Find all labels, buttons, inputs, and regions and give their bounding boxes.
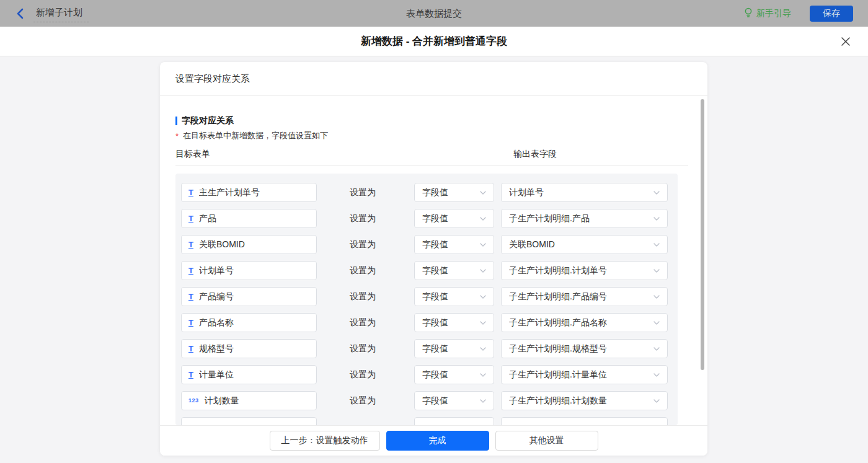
output-field-dropdown[interactable]: 子生产计划明细.计划数量 — [501, 391, 668, 410]
required-asterisk: * — [175, 130, 179, 141]
mapping-row: T 计划单号 设置为 字段值 子生产计划明细.计划单号 — [175, 261, 678, 280]
beginner-guide-label: 新手引导 — [756, 8, 791, 19]
chevron-down-icon — [480, 373, 486, 377]
topbar-node-title: 表单数据提交 — [0, 0, 868, 27]
output-field-dropdown[interactable]: 子生产计划明细.计量单位 — [501, 365, 668, 384]
chevron-down-icon — [480, 321, 486, 325]
mapping-row: T 规格型号 设置为 字段值 子生产计划明细.规格型号 — [175, 339, 678, 358]
dialog-title: 新增数据 - 合并新增到普通字段 — [0, 27, 868, 56]
field-type-icon: T — [188, 345, 193, 353]
target-field-box[interactable]: T 主生产计划单号 — [181, 183, 317, 202]
set-as-label: 设置为 — [350, 339, 376, 358]
column-header-output-field: 输出表字段 — [513, 149, 557, 160]
field-type-icon: T — [188, 240, 193, 249]
field-type-icon: T — [188, 188, 193, 196]
chevron-down-icon — [480, 295, 486, 299]
section-title-row: 字段对应关系 — [175, 115, 234, 126]
note-text: 在目标表单中新增数据，字段值设置如下 — [183, 130, 328, 141]
set-as-label: 设置为 — [350, 235, 376, 254]
done-button[interactable]: 完成 — [386, 431, 489, 451]
output-field-dropdown[interactable]: 子生产计划明细.产品名称 — [501, 313, 668, 332]
chevron-down-icon — [653, 191, 660, 195]
mapping-row: T 产品编号 设置为 字段值 子生产计划明细.产品编号 — [175, 287, 678, 306]
dialog-header: 新增数据 - 合并新增到普通字段 — [0, 27, 868, 56]
card-header: 设置字段对应关系 — [160, 62, 707, 96]
field-mapping-card: 设置字段对应关系 字段对应关系 * 在目标表单中新增数据，字段值设置如下 目标表… — [160, 62, 707, 456]
target-field-box[interactable]: T 计量单位 — [181, 365, 317, 384]
section-title: 字段对应关系 — [182, 115, 234, 126]
target-field-label: 计量单位 — [199, 369, 234, 381]
chevron-down-icon — [480, 217, 486, 221]
target-field-box[interactable]: T 产品 — [181, 209, 317, 228]
value-type-dropdown[interactable]: 字段值 — [414, 339, 494, 358]
value-type-dropdown[interactable]: 字段值 — [414, 183, 494, 202]
chevron-down-icon — [480, 347, 486, 351]
target-field-label: 规格型号 — [199, 343, 234, 355]
save-button[interactable]: 保存 — [810, 6, 853, 22]
target-field-box[interactable]: T 产品编号 — [181, 287, 317, 306]
value-type-dropdown[interactable]: 字段值 — [414, 261, 494, 280]
value-type-dropdown[interactable] — [414, 417, 494, 425]
chevron-down-icon — [653, 347, 660, 351]
value-type-dropdown[interactable]: 字段值 — [414, 235, 494, 254]
set-as-label: 设置为 — [350, 313, 376, 332]
mapping-row: T 主生产计划单号 设置为 字段值 计划单号 — [175, 183, 678, 202]
target-field-box[interactable]: T 计划单号 — [181, 261, 317, 280]
previous-step-button[interactable]: 上一步：设置触发动作 — [270, 431, 380, 451]
output-field-dropdown[interactable]: 子生产计划明细.产品编号 — [501, 287, 668, 306]
chevron-down-icon — [653, 399, 660, 403]
target-field-box[interactable] — [181, 417, 317, 425]
lightbulb-icon — [744, 7, 753, 20]
value-type-dropdown[interactable]: 字段值 — [414, 391, 494, 410]
target-field-label: 计划数量 — [205, 395, 239, 407]
mapping-row: T 计量单位 设置为 字段值 子生产计划明细.计量单位 — [175, 365, 678, 384]
value-type-dropdown[interactable]: 字段值 — [414, 209, 494, 228]
mapping-row: T 关联BOMID 设置为 字段值 关联BOMID — [175, 235, 678, 254]
set-as-label: 设置为 — [350, 183, 376, 202]
chevron-down-icon — [480, 399, 486, 403]
target-field-label: 关联BOMID — [199, 239, 245, 250]
section-accent-bar — [175, 117, 177, 125]
target-field-label: 产品编号 — [199, 291, 234, 302]
target-field-box[interactable]: T 关联BOMID — [181, 235, 317, 254]
output-field-dropdown[interactable]: 子生产计划明细.规格型号 — [501, 339, 668, 358]
target-field-label: 主生产计划单号 — [199, 187, 260, 198]
top-bar: 新增子计划 表单数据提交 新手引导 保存 — [0, 0, 868, 27]
chevron-down-icon — [653, 373, 660, 377]
target-field-box[interactable]: T 产品名称 — [181, 313, 317, 332]
value-type-dropdown[interactable]: 字段值 — [414, 365, 494, 384]
column-header-target-form: 目标表单 — [175, 149, 210, 160]
chevron-down-icon — [653, 321, 660, 325]
mapping-row: T 产品 设置为 字段值 子生产计划明细.产品 — [175, 209, 678, 228]
set-as-label: 设置为 — [350, 365, 376, 384]
chevron-down-icon — [480, 191, 486, 195]
other-settings-button[interactable]: 其他设置 — [495, 431, 598, 451]
set-as-label: 设置为 — [350, 261, 376, 280]
set-as-label: 设置为 — [350, 391, 376, 410]
mapping-row — [175, 417, 678, 425]
target-field-box[interactable]: 123 计划数量 — [181, 391, 317, 410]
field-type-icon: T — [188, 293, 193, 301]
output-field-dropdown[interactable]: 关联BOMID — [501, 235, 668, 254]
beginner-guide-link[interactable]: 新手引导 — [744, 7, 791, 20]
chevron-down-icon — [480, 269, 486, 273]
field-type-icon: 123 — [188, 398, 199, 403]
set-as-label: 设置为 — [350, 209, 376, 228]
close-icon[interactable] — [839, 35, 852, 48]
value-type-dropdown[interactable]: 字段值 — [414, 313, 494, 332]
output-field-dropdown[interactable] — [501, 417, 668, 425]
target-field-label: 计划单号 — [199, 265, 234, 276]
chevron-down-icon — [653, 217, 660, 221]
field-type-icon: T — [188, 371, 193, 379]
field-type-icon: T — [188, 267, 193, 275]
value-type-dropdown[interactable]: 字段值 — [414, 287, 494, 306]
section-note: * 在目标表单中新增数据，字段值设置如下 — [175, 130, 328, 141]
column-header-divider — [175, 165, 688, 165]
scrollbar-thumb[interactable] — [701, 99, 704, 370]
output-field-dropdown[interactable]: 子生产计划明细.产品 — [501, 209, 668, 228]
field-type-icon: T — [188, 319, 193, 327]
chevron-down-icon — [480, 243, 486, 247]
output-field-dropdown[interactable]: 子生产计划明细.计划单号 — [501, 261, 668, 280]
target-field-box[interactable]: T 规格型号 — [181, 339, 317, 358]
output-field-dropdown[interactable]: 计划单号 — [501, 183, 668, 202]
